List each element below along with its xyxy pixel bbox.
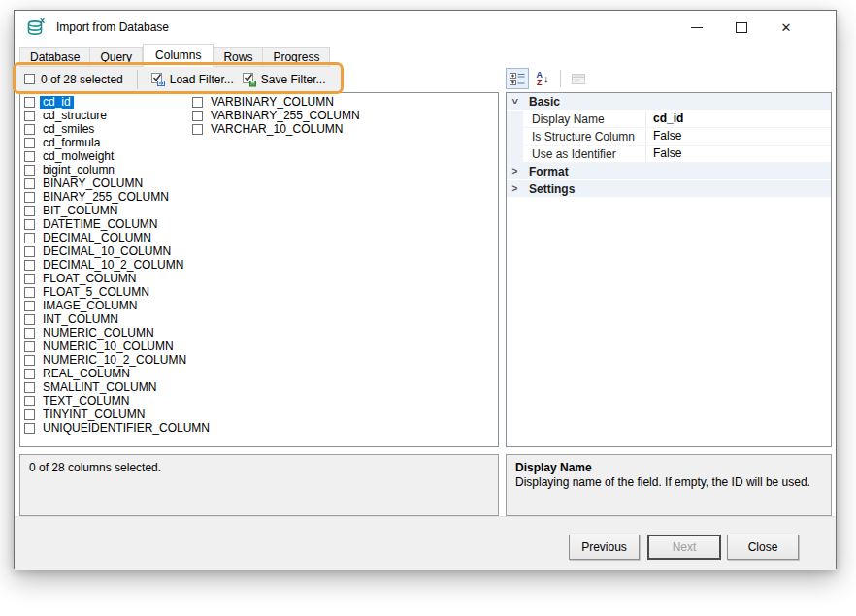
property-toolbar-separator: [560, 70, 561, 87]
status-message: 0 of 28 columns selected.: [29, 461, 161, 474]
column-checkbox[interactable]: [24, 124, 35, 135]
tab-rows[interactable]: Rows: [214, 47, 263, 67]
column-item[interactable]: INT_COLUMN: [24, 312, 213, 326]
column-item[interactable]: VARBINARY_COLUMN: [192, 95, 363, 109]
load-filter-button[interactable]: Load Filter...: [147, 70, 238, 89]
window-title: Import from Database: [56, 20, 169, 34]
close-dialog-button[interactable]: Close: [727, 535, 799, 560]
column-checkbox[interactable]: [24, 423, 35, 434]
property-gutter: [507, 111, 523, 127]
column-checkbox[interactable]: [24, 328, 35, 339]
column-label: NUMERIC_COLUMN: [40, 327, 157, 340]
column-item[interactable]: bigint_column: [24, 163, 213, 177]
tab-columns[interactable]: Columns: [143, 44, 214, 67]
column-item[interactable]: DATETIME_COLUMN: [24, 217, 213, 231]
column-checkbox[interactable]: [24, 260, 35, 271]
minimize-button[interactable]: [675, 11, 719, 44]
column-label: TEXT_COLUMN: [40, 395, 132, 407]
save-filter-button[interactable]: Save Filter...: [238, 70, 330, 89]
column-checkbox[interactable]: [24, 246, 35, 257]
column-checkbox[interactable]: [24, 97, 35, 108]
column-item[interactable]: NUMERIC_10_2_COLUMN: [24, 353, 213, 367]
column-item[interactable]: cd_formula: [24, 136, 213, 149]
column-item[interactable]: cd_molweight: [24, 149, 213, 163]
property-value[interactable]: False: [645, 128, 831, 145]
property-gutter: [507, 128, 523, 145]
status-box: 0 of 28 columns selected.: [19, 454, 499, 516]
property-name: Display Name: [523, 113, 645, 126]
categorized-button[interactable]: [506, 68, 529, 89]
property-value[interactable]: cd_id: [645, 111, 831, 127]
tab-progress[interactable]: Progress: [263, 47, 330, 67]
column-item[interactable]: FLOAT_5_COLUMN: [24, 285, 213, 299]
column-checkbox[interactable]: [24, 369, 35, 379]
column-checkbox[interactable]: [192, 111, 203, 121]
alphabetical-sort-button[interactable]: AZ ↓: [531, 68, 554, 89]
previous-button[interactable]: Previous: [569, 535, 640, 560]
column-item[interactable]: SMALLINT_COLUMN: [24, 380, 213, 394]
column-checkbox[interactable]: [24, 219, 35, 230]
column-checkbox[interactable]: [24, 138, 35, 148]
column-item[interactable]: DECIMAL_10_COLUMN: [24, 244, 213, 258]
column-checkbox[interactable]: [24, 206, 35, 216]
column-item[interactable]: DECIMAL_COLUMN: [24, 231, 213, 244]
column-checkbox[interactable]: [24, 111, 35, 121]
columns-list-col1: cd_idcd_structurecd_smilescd_formulacd_m…: [24, 95, 213, 435]
property-category-row[interactable]: >Basic: [507, 93, 831, 111]
column-checkbox[interactable]: [24, 274, 35, 284]
column-checkbox[interactable]: [24, 314, 35, 325]
column-checkbox[interactable]: [24, 409, 35, 420]
column-item[interactable]: TEXT_COLUMN: [24, 394, 213, 407]
column-item[interactable]: DECIMAL_10_2_COLUMN: [24, 258, 213, 272]
column-checkbox[interactable]: [24, 165, 35, 176]
column-item[interactable]: NUMERIC_10_COLUMN: [24, 340, 213, 353]
column-item[interactable]: NUMERIC_COLUMN: [24, 326, 213, 340]
chevron-icon: >: [507, 163, 523, 179]
close-button[interactable]: ✕: [764, 11, 808, 44]
alphabetical-sort-icon: AZ ↓: [537, 71, 549, 86]
column-checkbox[interactable]: [24, 341, 35, 352]
column-label: DECIMAL_10_2_COLUMN: [40, 259, 186, 272]
column-checkbox[interactable]: [24, 287, 35, 298]
tab-database[interactable]: Database: [19, 47, 90, 67]
footer-bar: Previous Next Close: [15, 516, 836, 570]
column-item[interactable]: cd_structure: [24, 109, 213, 122]
property-name: Is Structure Column: [523, 130, 645, 144]
column-item[interactable]: UNIQUEIDENTIFIER_COLUMN: [24, 421, 213, 435]
column-item[interactable]: VARCHAR_10_COLUMN: [192, 122, 363, 136]
column-checkbox[interactable]: [24, 151, 35, 162]
select-all-checkbox[interactable]: [24, 74, 35, 84]
column-checkbox[interactable]: [24, 382, 35, 393]
column-item[interactable]: BIT_COLUMN: [24, 204, 213, 217]
column-checkbox[interactable]: [24, 396, 35, 406]
column-label: SMALLINT_COLUMN: [40, 381, 159, 394]
column-checkbox[interactable]: [192, 97, 203, 108]
column-item[interactable]: IMAGE_COLUMN: [24, 299, 213, 312]
column-item[interactable]: BINARY_COLUMN: [24, 177, 213, 190]
column-checkbox[interactable]: [24, 192, 35, 203]
column-checkbox[interactable]: [24, 355, 35, 366]
column-item[interactable]: VARBINARY_255_COLUMN: [192, 109, 363, 122]
property-category-row[interactable]: >Format: [507, 163, 831, 180]
column-item[interactable]: cd_id: [24, 95, 213, 109]
next-button[interactable]: Next: [647, 535, 721, 560]
property-category-row[interactable]: >Settings: [507, 180, 831, 198]
column-item[interactable]: BINARY_255_COLUMN: [24, 190, 213, 204]
property-pages-button[interactable]: [567, 68, 590, 89]
property-value[interactable]: False: [645, 146, 831, 162]
description-box: Display Name Displaying name of the fiel…: [506, 454, 832, 516]
column-label: VARCHAR_10_COLUMN: [208, 123, 346, 136]
categorized-icon: [510, 72, 525, 85]
tab-query[interactable]: Query: [90, 47, 143, 67]
column-checkbox[interactable]: [24, 301, 35, 311]
column-item[interactable]: FLOAT_COLUMN: [24, 272, 213, 285]
property-grid: >BasicDisplay Namecd_idIs Structure Colu…: [506, 92, 832, 447]
column-checkbox[interactable]: [24, 233, 35, 243]
column-item[interactable]: cd_smiles: [24, 122, 213, 136]
column-label: IMAGE_COLUMN: [40, 300, 140, 312]
column-item[interactable]: TINYINT_COLUMN: [24, 407, 213, 421]
column-checkbox[interactable]: [192, 124, 203, 135]
column-checkbox[interactable]: [24, 178, 35, 189]
column-item[interactable]: REAL_COLUMN: [24, 367, 213, 380]
maximize-button[interactable]: [719, 11, 764, 44]
